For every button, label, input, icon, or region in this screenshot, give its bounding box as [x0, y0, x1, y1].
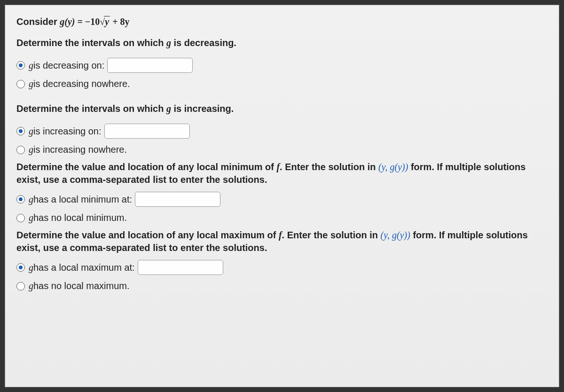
sqrt-icon: √y [100, 16, 110, 28]
q1-prompt: Determine the intervals on which g is de… [16, 37, 549, 49]
q1-option-on[interactable]: g is decreasing on: [16, 58, 549, 73]
equals: = [77, 16, 85, 27]
q2-option-nowhere[interactable]: g is increasing nowhere. [16, 143, 549, 156]
q3-options: g has a local minimum at: g has no local… [16, 192, 549, 224]
q1-option-nowhere[interactable]: g is decreasing nowhere. [16, 78, 549, 90]
radio-unselected-icon[interactable] [16, 146, 25, 154]
question-page: Consider g(y) = −10√y + 8y Determine the… [5, 5, 559, 387]
q1-options: g is decreasing on: g is decreasing nowh… [16, 58, 549, 90]
rhs-tail: + 8y [110, 16, 129, 27]
q2-prompt: Determine the intervals on which g is in… [16, 102, 549, 115]
q2-opt2-text: is increasing nowhere. [33, 143, 127, 156]
q2-opt1-text: is increasing on: [33, 125, 102, 138]
q3-prompt: Determine the value and location of any … [16, 161, 549, 186]
q4-input[interactable] [138, 260, 223, 275]
radio-selected-icon[interactable] [16, 263, 25, 272]
q2-input[interactable] [104, 124, 190, 139]
q4-option-none[interactable]: g has no local maximum. [16, 280, 549, 292]
q1-input[interactable] [107, 58, 193, 73]
q4-options: g has a local maximum at: g has no local… [16, 260, 549, 292]
func-lhs: g(y) [60, 16, 77, 27]
pair-notation: (y, g(y)) [378, 162, 408, 172]
pair-notation: (y, g(y)) [381, 230, 410, 240]
intro-prefix: Consider [16, 16, 60, 27]
radio-selected-icon[interactable] [16, 61, 25, 70]
q1-opt2-text: is decreasing nowhere. [33, 78, 130, 90]
q3-opt1-text: has a local minimum at: [33, 193, 132, 206]
q2-options: g is increasing on: g is increasing nowh… [16, 124, 549, 156]
q2-option-on[interactable]: g is increasing on: [16, 124, 549, 139]
radio-unselected-icon[interactable] [16, 80, 25, 88]
radio-unselected-icon[interactable] [16, 282, 25, 290]
radio-unselected-icon[interactable] [16, 214, 25, 222]
q4-opt1-text: has a local maximum at: [33, 261, 135, 274]
radio-selected-icon[interactable] [16, 127, 25, 135]
neg-coeff: −10 [85, 16, 100, 27]
radio-selected-icon[interactable] [16, 195, 25, 204]
q4-prompt: Determine the value and location of any … [16, 229, 549, 254]
q3-option-at[interactable]: g has a local minimum at: [16, 192, 549, 207]
q3-option-none[interactable]: g has no local minimum. [16, 212, 549, 224]
function-definition: Consider g(y) = −10√y + 8y [16, 16, 549, 28]
q4-opt2-text: has no local maximum. [33, 280, 130, 292]
q3-input[interactable] [135, 192, 220, 207]
q1-opt1-text: is decreasing on: [33, 59, 104, 72]
q3-opt2-text: has no local minimum. [33, 212, 127, 224]
q4-option-at[interactable]: g has a local maximum at: [16, 260, 549, 275]
